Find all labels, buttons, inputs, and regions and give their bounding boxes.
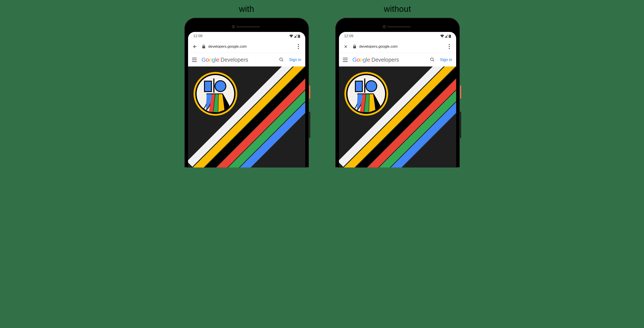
phone-notch-area bbox=[339, 22, 456, 32]
phone-screen: 12:09 developers.google.com bbox=[188, 32, 305, 168]
phone-bezel: 12:09 developers.google.com bbox=[338, 20, 457, 168]
phone-notch-area bbox=[188, 22, 305, 32]
hamburger-menu-button[interactable] bbox=[192, 58, 197, 62]
signal-icon bbox=[445, 34, 448, 38]
google-logo: Google bbox=[202, 56, 219, 63]
search-icon bbox=[279, 57, 284, 62]
developers-text: Developers bbox=[220, 57, 248, 63]
lock-icon bbox=[202, 44, 205, 48]
status-time: 12:09 bbox=[193, 34, 203, 38]
search-button[interactable] bbox=[430, 57, 435, 62]
io-badge-icon bbox=[192, 71, 238, 117]
status-time: 12:09 bbox=[344, 34, 354, 38]
google-logo: Google bbox=[352, 56, 370, 63]
io-badge-icon bbox=[343, 71, 389, 117]
sensor bbox=[388, 25, 389, 28]
battery-icon bbox=[449, 34, 451, 38]
signal-icon bbox=[294, 34, 298, 38]
site-logo[interactable]: Google Developers bbox=[352, 56, 425, 63]
developers-text: Developers bbox=[371, 57, 399, 63]
svg-point-21 bbox=[366, 81, 377, 92]
close-button[interactable] bbox=[343, 44, 348, 50]
search-button[interactable] bbox=[278, 57, 284, 62]
wifi-icon bbox=[440, 34, 444, 38]
phone-with-column: with 12:09 bbox=[184, 4, 309, 172]
page-content bbox=[188, 66, 305, 168]
svg-rect-2 bbox=[202, 46, 205, 48]
site-logo[interactable]: Google Developers bbox=[202, 56, 274, 63]
status-icons bbox=[289, 34, 300, 38]
site-header: Google Developers Sign in bbox=[188, 53, 305, 66]
phone-frame-with: 12:09 developers.google.com bbox=[184, 18, 309, 168]
site-header: Google Developers Sign in bbox=[339, 53, 456, 66]
close-icon bbox=[344, 44, 348, 49]
browser-menu-button[interactable] bbox=[446, 44, 452, 50]
svg-line-15 bbox=[433, 60, 434, 62]
svg-rect-19 bbox=[355, 81, 362, 92]
url-bar[interactable]: developers.google.com bbox=[202, 44, 291, 49]
svg-rect-0 bbox=[298, 35, 300, 38]
svg-line-4 bbox=[282, 60, 284, 62]
status-icons bbox=[440, 34, 451, 38]
front-camera bbox=[232, 25, 235, 28]
power-button bbox=[309, 86, 310, 98]
hamburger-menu-button[interactable] bbox=[343, 58, 348, 62]
earpiece-speaker bbox=[389, 26, 411, 28]
svg-point-3 bbox=[280, 58, 282, 61]
without-label: without bbox=[384, 4, 411, 14]
battery-icon bbox=[298, 34, 300, 38]
phone-without-column: without 12:09 bbox=[335, 4, 460, 172]
power-button bbox=[460, 86, 461, 98]
status-bar: 12:09 bbox=[188, 32, 305, 40]
svg-rect-8 bbox=[204, 81, 212, 92]
signin-link[interactable]: Sign in bbox=[289, 58, 301, 62]
svg-point-10 bbox=[215, 81, 226, 92]
svg-rect-12 bbox=[450, 34, 450, 35]
search-icon bbox=[430, 57, 435, 62]
svg-point-14 bbox=[430, 58, 434, 61]
phone-screen: 12:09 developers.google.com bbox=[339, 32, 456, 168]
phone-frame-without: 12:09 developers.google.com bbox=[335, 18, 460, 168]
url-bar[interactable]: developers.google.com bbox=[353, 44, 442, 49]
volume-button bbox=[309, 112, 310, 138]
back-button[interactable] bbox=[192, 44, 198, 50]
arrow-back-icon bbox=[192, 44, 197, 49]
earpiece-speaker bbox=[238, 26, 260, 28]
status-bar: 12:09 bbox=[339, 32, 456, 40]
svg-rect-11 bbox=[449, 35, 451, 38]
wifi-icon bbox=[289, 34, 293, 38]
svg-rect-1 bbox=[299, 34, 299, 35]
browser-menu-button[interactable] bbox=[296, 44, 301, 50]
front-camera bbox=[383, 25, 386, 28]
more-vert-icon bbox=[449, 44, 450, 49]
phone-bezel: 12:09 developers.google.com bbox=[187, 20, 306, 168]
volume-button bbox=[460, 112, 461, 138]
signin-link[interactable]: Sign in bbox=[440, 58, 452, 62]
with-label: with bbox=[239, 4, 254, 14]
page-content bbox=[339, 66, 456, 168]
url-text: developers.google.com bbox=[208, 44, 247, 49]
lock-icon bbox=[353, 44, 356, 48]
svg-rect-13 bbox=[353, 46, 356, 48]
sensor bbox=[236, 25, 238, 28]
browser-toolbar: developers.google.com bbox=[339, 40, 456, 53]
more-vert-icon bbox=[298, 44, 299, 49]
url-text: developers.google.com bbox=[359, 44, 398, 49]
browser-toolbar: developers.google.com bbox=[188, 40, 305, 53]
